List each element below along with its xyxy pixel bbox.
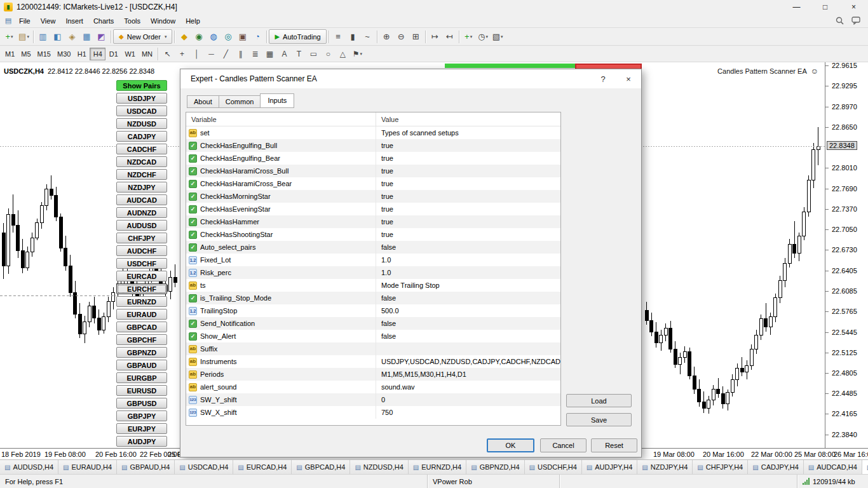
- input-row[interactable]: abPeriodsM1,M5,M15,M30,H1,H4,D1: [186, 368, 560, 381]
- input-row[interactable]: 1.2Fixed_Lot1.0: [186, 254, 560, 266]
- chart-tab-gbpnzd-h4[interactable]: ▤GBPNZD,H4: [466, 460, 524, 474]
- pair-button-cadchf[interactable]: CADCHF: [116, 144, 167, 154]
- search-icon[interactable]: [836, 17, 844, 25]
- dialog-help-button[interactable]: ?: [590, 69, 616, 88]
- tile-windows-icon[interactable]: ⊞: [409, 30, 423, 44]
- periods-icon[interactable]: ◷▾: [476, 30, 491, 44]
- expert-advisors-icon[interactable]: ◉: [191, 30, 206, 44]
- pair-button-cadjpy[interactable]: CADJPY: [116, 131, 167, 142]
- text-label-icon[interactable]: T: [292, 47, 306, 61]
- pair-button-audusd[interactable]: AUDUSD: [116, 220, 167, 231]
- input-row[interactable]: abtsMode Trailing Stop: [186, 279, 560, 292]
- reset-button[interactable]: Reset: [591, 438, 637, 452]
- menu-item-help[interactable]: Help: [180, 15, 205, 27]
- chart-tab-usdc[interactable]: ▤USDC: [862, 460, 868, 474]
- timeframe-m1-button[interactable]: M1: [2, 48, 18, 60]
- input-row[interactable]: ✓is_Trailing_Stop_Modefalse: [186, 292, 560, 304]
- minimize-button[interactable]: —: [782, 0, 811, 14]
- chart-tab-nzdusd-h4[interactable]: ▤NZDUSD,H4: [350, 460, 408, 474]
- timeframe-h4-button[interactable]: H4: [90, 48, 105, 60]
- pair-button-euraud[interactable]: EURAUD: [116, 309, 167, 320]
- pair-button-gbpaud[interactable]: GBPAUD: [116, 360, 167, 370]
- timeframe-w1-button[interactable]: W1: [121, 48, 139, 60]
- vertical-line-icon[interactable]: │: [189, 47, 204, 61]
- arrows-icon[interactable]: ⚑▾: [350, 47, 365, 61]
- price-scale[interactable]: 22.961522.929522.897022.865022.801022.76…: [825, 62, 868, 448]
- input-row[interactable]: ✓CheckHasHaramiCross_Bulltrue: [186, 165, 560, 177]
- trendline-icon[interactable]: ╱: [219, 47, 233, 61]
- menu-item-view[interactable]: View: [36, 15, 61, 27]
- pair-button-eurjpy[interactable]: EURJPY: [116, 423, 167, 434]
- metaeditor-icon[interactable]: ◆: [177, 30, 191, 44]
- strategy-tester-icon[interactable]: ◩: [94, 30, 109, 44]
- pair-button-nzdchf[interactable]: NZDCHF: [116, 169, 167, 180]
- input-row[interactable]: abSuffix: [186, 342, 560, 355]
- pair-button-eurcad[interactable]: EURCAD: [116, 271, 167, 281]
- pair-button-eurusd[interactable]: EURUSD: [116, 385, 167, 396]
- pair-button-gbpusd[interactable]: GBPUSD: [116, 398, 167, 409]
- dialog-close-button[interactable]: ×: [616, 69, 641, 88]
- new-order-button[interactable]: ◆New Order▾: [113, 29, 172, 44]
- input-row[interactable]: ✓Auto_select_pairsfalse: [186, 241, 560, 254]
- pair-button-audcad[interactable]: AUDCAD: [116, 194, 167, 205]
- candlestick-chart-icon[interactable]: ▮: [346, 30, 360, 44]
- pair-button-usdchf[interactable]: USDCHF: [116, 258, 167, 269]
- input-row[interactable]: ✓CheckHasShootingStartrue: [186, 228, 560, 241]
- timeframe-m15-button[interactable]: M15: [34, 48, 54, 60]
- input-row[interactable]: ✓CheckHasHammertrue: [186, 215, 560, 228]
- pair-button-usdcad[interactable]: USDCAD: [116, 105, 167, 116]
- bar-chart-icon[interactable]: ≡: [331, 30, 346, 44]
- timeframe-mn-button[interactable]: MN: [139, 48, 156, 60]
- mql5-community-icon[interactable]: ◍: [206, 30, 220, 44]
- dialog-tab-common[interactable]: Common: [219, 95, 261, 108]
- pair-button-audchf[interactable]: AUDCHF: [116, 245, 167, 256]
- pair-button-eurgbp[interactable]: EURGBP: [116, 372, 167, 383]
- chart-tab-nzdjpy-h4[interactable]: ▤NZDJPY,H4: [637, 460, 693, 474]
- timeframe-m30-button[interactable]: M30: [54, 48, 74, 60]
- input-row[interactable]: absetTypes of scanned setups: [186, 126, 560, 139]
- input-row[interactable]: ✓CheckHasEveningStartrue: [186, 203, 560, 215]
- community-chat-icon[interactable]: [851, 17, 860, 25]
- pair-button-audjpy[interactable]: AUDJPY: [116, 436, 167, 447]
- cycle-lines-icon[interactable]: ▦: [262, 47, 277, 61]
- pair-button-audnzd[interactable]: AUDNZD: [116, 207, 167, 218]
- input-row[interactable]: ✓CheckHasMorningStartrue: [186, 190, 560, 203]
- timeframe-m5-button[interactable]: M5: [18, 48, 34, 60]
- cancel-button[interactable]: Cancel: [540, 438, 587, 452]
- pair-button-eurchf[interactable]: EURCHF: [116, 283, 167, 294]
- chart-tab-audcad-h4[interactable]: ▤AUDCAD,H4: [804, 460, 862, 474]
- menu-item-insert[interactable]: Insert: [60, 15, 88, 27]
- pair-button-eurnzd[interactable]: EURNZD: [116, 296, 167, 307]
- chart-profiles-icon[interactable]: ▤▾: [17, 30, 31, 44]
- cursor-icon[interactable]: ↖: [160, 47, 175, 61]
- input-row[interactable]: ✓Show_Alertfalse: [186, 330, 560, 342]
- chart-shift-icon[interactable]: ↤: [442, 30, 457, 44]
- indicators-icon[interactable]: +▾: [461, 30, 476, 44]
- new-chart-icon[interactable]: +▾: [2, 30, 17, 44]
- chart-tab-audjpy-h4[interactable]: ▤AUDJPY,H4: [582, 460, 638, 474]
- menu-item-tools[interactable]: Tools: [119, 15, 146, 27]
- input-row[interactable]: ✓CheckHasHaramiCross_Beartrue: [186, 177, 560, 190]
- load-button[interactable]: Load: [566, 394, 632, 407]
- crosshair-icon[interactable]: +: [175, 47, 189, 61]
- data-window-icon[interactable]: ◧: [50, 30, 65, 44]
- menu-item-window[interactable]: Window: [146, 15, 180, 27]
- ea-running-smiley-icon[interactable]: ☺: [811, 67, 818, 76]
- autotrading-button[interactable]: ▶AutoTrading: [269, 29, 326, 44]
- maximize-button[interactable]: □: [811, 0, 839, 14]
- chart-tab-chfjpy-h4[interactable]: ▤CHFJPY,H4: [693, 460, 748, 474]
- show-pairs-button[interactable]: Show Pairs: [116, 80, 167, 91]
- line-chart-icon[interactable]: ~: [360, 30, 375, 44]
- signals-icon[interactable]: ◔: [250, 30, 264, 44]
- text-icon[interactable]: A: [277, 47, 292, 61]
- input-row[interactable]: abalert_soundsound.wav: [186, 381, 560, 393]
- chart-tab-gbpaud-h4[interactable]: ▤GBPAUD,H4: [117, 460, 175, 474]
- input-row[interactable]: 1.2TrailingStop500.0: [186, 304, 560, 317]
- equidistant-channel-icon[interactable]: ∥: [233, 47, 248, 61]
- input-row[interactable]: abInstrumentsUSDJPY,USDCAD,NZDUSD,CADJPY…: [186, 355, 560, 368]
- horizontal-line-icon[interactable]: ─: [204, 47, 219, 61]
- dialog-tab-about[interactable]: About: [187, 95, 219, 108]
- rectangle-icon[interactable]: ▭: [306, 47, 321, 61]
- pair-button-nzdusd[interactable]: NZDUSD: [116, 118, 167, 129]
- pair-button-gbpjpy[interactable]: GBPJPY: [116, 410, 167, 421]
